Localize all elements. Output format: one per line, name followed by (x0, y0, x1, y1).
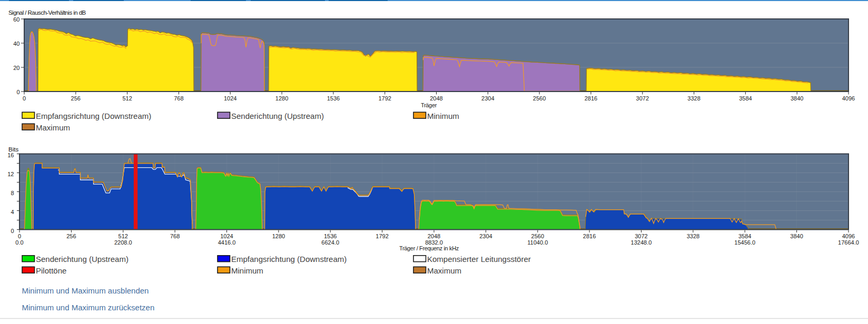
svg-text:512: 512 (119, 233, 128, 239)
svg-text:13248.0: 13248.0 (631, 239, 652, 246)
svg-text:768: 768 (170, 233, 180, 239)
svg-text:40: 40 (13, 40, 19, 47)
svg-text:0: 0 (23, 95, 26, 102)
svg-text:2048: 2048 (430, 95, 442, 102)
svg-text:256: 256 (71, 95, 81, 102)
svg-text:3840: 3840 (791, 95, 803, 102)
svg-text:2208.0: 2208.0 (114, 239, 132, 246)
svg-text:512: 512 (122, 95, 132, 102)
svg-text:1024: 1024 (224, 95, 236, 102)
svg-text:15456.0: 15456.0 (734, 239, 755, 246)
svg-text:4416.0: 4416.0 (218, 239, 236, 246)
svg-text:1280: 1280 (275, 95, 288, 102)
svg-text:Minimum: Minimum (231, 266, 263, 275)
svg-text:1280: 1280 (272, 233, 285, 239)
svg-text:Maximum: Maximum (427, 266, 461, 275)
svg-text:16: 16 (7, 152, 14, 158)
svg-text:17664.0: 17664.0 (838, 239, 859, 246)
svg-text:4096: 4096 (842, 95, 855, 102)
svg-text:8: 8 (11, 190, 14, 196)
svg-text:0: 0 (16, 89, 19, 95)
svg-text:2304: 2304 (481, 95, 494, 102)
svg-text:3072: 3072 (636, 95, 649, 102)
svg-text:3584: 3584 (739, 95, 752, 102)
svg-text:2816: 2816 (585, 95, 597, 102)
svg-text:2304: 2304 (479, 233, 492, 239)
svg-text:3328: 3328 (687, 233, 699, 239)
svg-text:60: 60 (13, 16, 19, 23)
svg-text:256: 256 (66, 233, 76, 239)
svg-text:0: 0 (18, 233, 21, 239)
svg-text:768: 768 (174, 95, 183, 102)
svg-text:2816: 2816 (583, 233, 596, 239)
svg-text:Empfangsrichtung (Downstream): Empfangsrichtung (Downstream) (231, 255, 347, 264)
svg-text:4096: 4096 (842, 233, 855, 239)
svg-text:Kompensierter Leitungsstörer: Kompensierter Leitungsstörer (427, 255, 531, 264)
svg-text:Signal / Rausch-Verhältnis in: Signal / Rausch-Verhältnis in dB (8, 9, 86, 16)
svg-text:Träger / Frequenz in kHz: Träger / Frequenz in kHz (399, 245, 459, 251)
svg-text:Bits: Bits (8, 146, 18, 153)
svg-text:1792: 1792 (378, 95, 391, 102)
svg-text:11040.0: 11040.0 (527, 239, 548, 246)
svg-text:1792: 1792 (376, 233, 388, 239)
svg-text:1536: 1536 (324, 233, 337, 239)
svg-text:Träger: Träger (421, 102, 437, 108)
svg-text:3328: 3328 (687, 95, 700, 102)
svg-text:1536: 1536 (327, 95, 340, 102)
svg-text:1024: 1024 (220, 233, 233, 239)
svg-text:20: 20 (13, 65, 19, 71)
svg-text:Pilottöne: Pilottöne (36, 266, 66, 275)
svg-text:3072: 3072 (635, 233, 647, 239)
svg-text:0: 0 (11, 228, 14, 234)
svg-text:Maximum: Maximum (36, 123, 70, 132)
svg-text:Minimum und Maximum ausblenden: Minimum und Maximum ausblenden (22, 286, 149, 295)
svg-text:Minimum und Maximum zurücksetz: Minimum und Maximum zurücksetzen (22, 303, 155, 312)
svg-text:12: 12 (7, 171, 14, 177)
svg-text:3840: 3840 (790, 233, 803, 239)
svg-text:2048: 2048 (428, 233, 440, 239)
svg-text:6624.0: 6624.0 (321, 239, 339, 246)
svg-text:Minimum: Minimum (427, 112, 459, 120)
svg-text:2560: 2560 (531, 233, 544, 239)
svg-text:0.0: 0.0 (15, 239, 23, 246)
svg-text:Senderichtung (Upstream): Senderichtung (Upstream) (231, 112, 324, 120)
svg-text:4: 4 (11, 209, 14, 215)
svg-text:2560: 2560 (533, 95, 546, 102)
svg-text:Senderichtung (Upstream): Senderichtung (Upstream) (36, 255, 129, 264)
svg-text:3584: 3584 (738, 233, 751, 239)
svg-text:Empfangsrichtung (Downstream): Empfangsrichtung (Downstream) (36, 112, 151, 120)
